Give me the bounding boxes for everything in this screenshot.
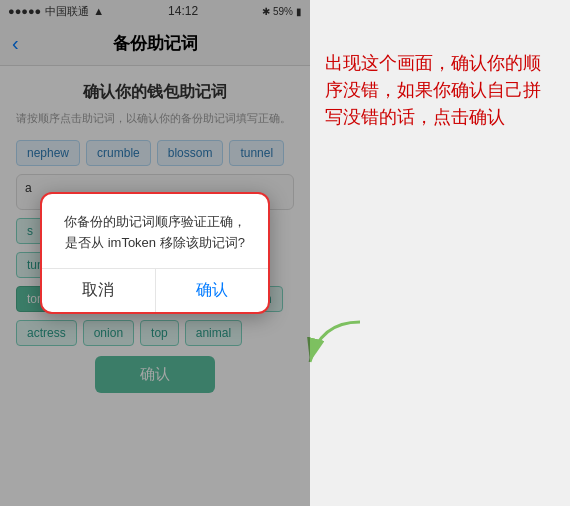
annotation-text: 出现这个画面，确认你的顺序没错，如果你确认自己拼写没错的话，点击确认 [325,50,555,131]
dialog-message: 你备份的助记词顺序验证正确，是否从 imToken 移除该助记词? [58,212,252,254]
dialog-cancel-button[interactable]: 取消 [42,269,156,312]
dialog-box: 你备份的助记词顺序验证正确，是否从 imToken 移除该助记词? 取消 确认 [40,192,270,314]
dialog-confirm-button[interactable]: 确认 [156,269,269,312]
dialog-body: 你备份的助记词顺序验证正确，是否从 imToken 移除该助记词? [42,194,268,268]
phone-frame: ●●●●● 中国联通 ▲ 14:12 ✱ 59% ▮ ‹ 备份助记词 确认你的钱… [0,0,310,506]
dialog-buttons: 取消 确认 [42,268,268,312]
annotation-panel: 出现这个画面，确认你的顺序没错，如果你确认自己拼写没错的话，点击确认 [310,0,570,506]
dialog-overlay: 你备份的助记词顺序验证正确，是否从 imToken 移除该助记词? 取消 确认 [0,0,310,506]
